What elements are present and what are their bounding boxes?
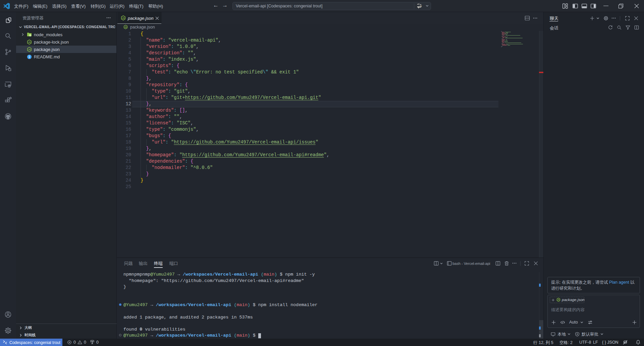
svg-text:JS: JS	[557, 299, 560, 301]
svg-text:JS: JS	[124, 26, 127, 28]
svg-text:JS: JS	[28, 48, 31, 51]
svg-text:JS: JS	[28, 41, 31, 43]
svg-text:JS: JS	[122, 17, 124, 19]
